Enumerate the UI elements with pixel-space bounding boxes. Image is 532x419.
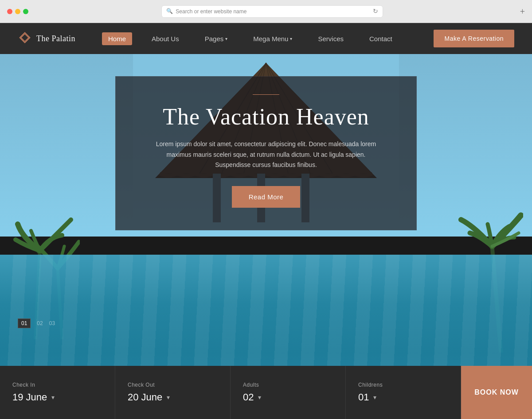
adults-label: Adults [243,382,333,388]
childrens-label: Childrens [358,382,448,388]
nav-item-about[interactable]: About Us [145,32,185,45]
nav-item-pages[interactable]: Pages ▾ [199,32,234,45]
slide-indicators: 01 02 03 [18,318,55,328]
logo-text: The Palatin [36,34,75,43]
check-out-field[interactable]: Check Out 20 June ▾ [115,366,231,419]
search-icon: 🔍 [166,8,173,15]
nav-item-services[interactable]: Services [312,32,350,45]
chevron-down-icon-2: ▾ [290,36,292,41]
nav-label-about: About Us [152,35,179,43]
url-text: Search or enter website name [176,8,246,15]
check-in-chevron: ▾ [51,394,55,401]
browser-chrome: 🔍 Search or enter website name ↻ + [0,0,532,23]
url-bar[interactable]: 🔍 Search or enter website name ↻ [161,5,383,18]
adults-chevron: ▾ [258,394,261,401]
hero-section: The Vacation Heaven Lorem ipsum dolor si… [0,54,532,419]
navbar: The Palatin Home About Us Pages ▾ Mega M… [0,23,532,54]
booking-fields: Check In 19 June ▾ Check Out 20 June ▾ A… [0,366,461,419]
check-in-field[interactable]: Check In 19 June ▾ [0,366,115,419]
book-now-button[interactable]: BOOK NOW [461,366,532,419]
slide-dot-3[interactable]: 03 [49,320,55,326]
nav-item-contact[interactable]: Contact [363,32,399,45]
check-in-value: 19 June ▾ [12,392,102,403]
reservation-button[interactable]: Make A Reservation [434,30,514,47]
nav-item-home[interactable]: Home [102,32,132,45]
childrens-field[interactable]: Childrens 01 ▾ [346,366,461,419]
childrens-value: 01 ▾ [358,392,448,403]
traffic-lights [7,9,28,14]
hero-overlay-box: The Vacation Heaven Lorem ipsum dolor si… [115,76,417,230]
nav-item-mega[interactable]: Mega Menu ▾ [247,32,298,45]
childrens-chevron: ▾ [373,394,376,401]
maximize-button[interactable] [23,9,28,14]
booking-bar: Check In 19 June ▾ Check Out 20 June ▾ A… [0,366,532,419]
nav-label-services: Services [318,35,344,43]
slide-dot-1[interactable]: 01 [18,318,31,328]
check-out-label: Check Out [128,382,218,388]
logo[interactable]: The Palatin [18,31,75,47]
slide-dot-2[interactable]: 02 [37,320,43,326]
hero-title: The Vacation Heaven [138,104,394,130]
refresh-icon[interactable]: ↻ [373,8,378,15]
read-more-button[interactable]: Read More [232,186,301,208]
nav-label-pages: Pages [205,35,224,43]
check-out-value: 20 June ▾ [128,392,218,403]
adults-value: 02 ▾ [243,392,333,403]
nav-links: Home About Us Pages ▾ Mega Menu ▾ Servic… [102,32,434,45]
nav-label-contact: Contact [369,35,392,43]
site-wrapper: The Palatin Home About Us Pages ▾ Mega M… [0,23,532,419]
check-in-label: Check In [12,382,102,388]
hero-divider [253,94,279,95]
adults-field[interactable]: Adults 02 ▾ [231,366,346,419]
nav-label-mega: Mega Menu [253,35,288,43]
nav-label-home: Home [108,35,126,43]
minimize-button[interactable] [15,9,20,14]
chevron-down-icon: ▾ [225,36,227,41]
hero-description: Lorem ipsum dolor sit amet, consectetur … [151,139,381,171]
logo-icon [18,31,32,47]
close-button[interactable] [7,9,12,14]
check-out-chevron: ▾ [167,394,170,401]
new-tab-button[interactable]: + [520,7,525,16]
